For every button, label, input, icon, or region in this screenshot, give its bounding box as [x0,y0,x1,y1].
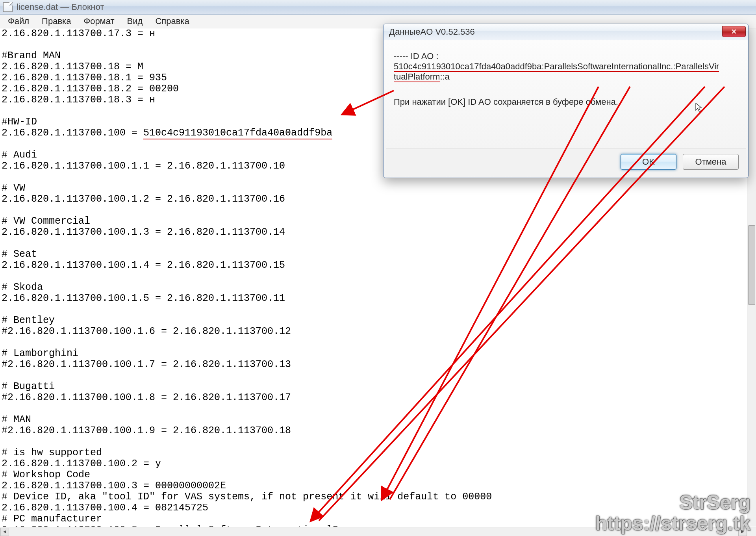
text-hwid-value: 510c4c91193010ca17fda40a0addf9ba [143,127,332,139]
notepad-titlebar[interactable]: license.dat — Блокнот [0,0,756,15]
dialog-message: При нажатии [OK] ID AO сохраняется в буф… [394,97,738,107]
cursor-icon [695,103,703,116]
menu-view[interactable]: Вид [121,15,149,27]
dialog-body: ----- ID AO : 510c4c91193010ca17fda40a0a… [384,40,748,111]
dialog-id-value-line1: 510c4c91193010ca17fda40a0addf9ba:Paralle… [394,61,719,72]
watermark: StrSerg https://strserg.tk [595,492,750,534]
menu-format[interactable]: Формат [77,15,120,27]
watermark-line2: https://strserg.tk [595,513,750,534]
scrollbar-thumb[interactable] [748,225,755,305]
menu-help[interactable]: Справка [149,15,195,27]
notepad-title: license.dat — Блокнот [17,2,104,12]
dialog-title: ДанныеAO V0.52.536 [389,27,475,37]
cancel-button[interactable]: Отмена [683,154,739,170]
dialog-id-value-line2: tualPlatform [394,72,440,82]
ok-button[interactable]: OK [621,154,676,170]
dialog-close-button[interactable] [722,26,746,37]
dialog-id-suffix: ::a [440,72,449,82]
dialog-id-label: ----- ID AO : [394,51,738,61]
dialog-titlebar[interactable]: ДанныеAO V0.52.536 [384,24,748,40]
menu-file[interactable]: Файл [2,15,35,27]
notepad-document-icon [3,2,13,12]
text-pc-manufacturer-value: ParallelsSoftwareInternationalInc. [155,524,356,527]
dialog-button-strip: OK Отмена [386,148,746,175]
scroll-left-button[interactable]: ◄ [0,528,9,536]
dialog-idao: ДанныеAO V0.52.536 ----- ID AO : 510c4c9… [383,24,749,178]
menu-edit[interactable]: Правка [35,15,77,27]
watermark-line1: StrSerg [595,492,750,513]
